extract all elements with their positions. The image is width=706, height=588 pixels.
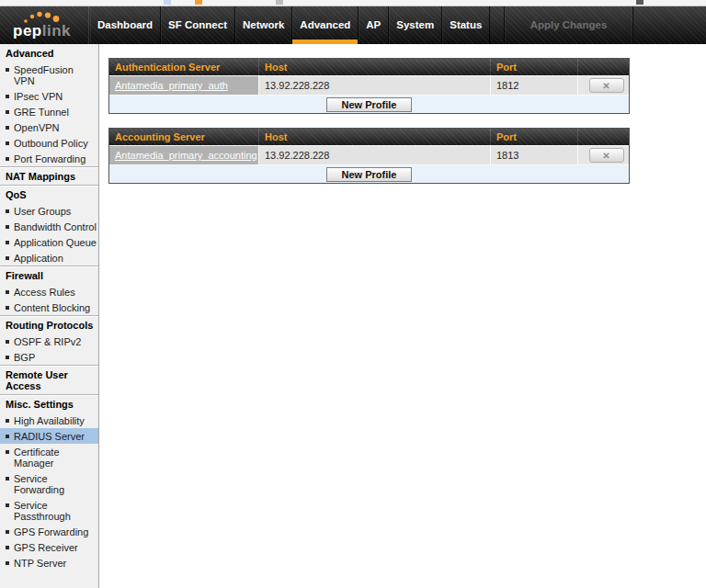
sidebar-section-firewall: Firewall Access Rules Content Blocking bbox=[0, 266, 98, 315]
column-header-host: Host bbox=[259, 129, 491, 145]
bullet-icon bbox=[6, 110, 9, 114]
peplink-logo[interactable]: peplink bbox=[0, 6, 89, 44]
bullet-icon bbox=[6, 435, 9, 438]
bullet-icon bbox=[6, 477, 9, 481]
sidebar-item-nat-mappings[interactable]: NAT Mappings bbox=[0, 167, 98, 185]
auth-port-cell: 1812 bbox=[491, 75, 578, 95]
new-acct-profile-button[interactable]: New Profile bbox=[326, 167, 413, 182]
bullet-icon bbox=[6, 209, 9, 213]
sidebar-item-service-forwarding[interactable]: Service Forwarding bbox=[0, 470, 98, 497]
sidebar-header-routing-protocols: Routing Protocols bbox=[0, 316, 98, 334]
column-header-authentication-server: Authentication Server bbox=[109, 59, 259, 75]
column-header-port: Port bbox=[491, 129, 578, 145]
browser-tab-fragment bbox=[164, 0, 171, 5]
new-auth-profile-button[interactable]: New Profile bbox=[326, 97, 413, 112]
sidebar-item-outbound-policy[interactable]: Outbound Policy bbox=[0, 135, 98, 151]
sidebar-section-nat-mappings: NAT Mappings bbox=[0, 166, 98, 185]
bullet-icon bbox=[6, 290, 9, 294]
acct-profile-name-cell: Antamedia_primary_accounting bbox=[109, 145, 259, 164]
sidebar-item-remote-user-access[interactable]: Remote User Access bbox=[0, 366, 98, 394]
sidebar-item-gps-receiver[interactable]: GPS Receiver bbox=[0, 539, 98, 555]
bullet-icon bbox=[6, 68, 9, 72]
sidebar: Advanced SpeedFusion VPN IPsec VPN GRE T… bbox=[0, 44, 99, 588]
sidebar-item-speedfusion-vpn[interactable]: SpeedFusion VPN bbox=[0, 62, 98, 88]
bullet-icon bbox=[6, 561, 9, 565]
bullet-icon bbox=[6, 503, 9, 507]
bullet-icon bbox=[6, 225, 9, 229]
browser-tab-fragment bbox=[195, 0, 202, 5]
x-icon: ✕ bbox=[602, 81, 609, 91]
sidebar-item-access-rules[interactable]: Access Rules bbox=[0, 284, 98, 300]
acct-profile-link[interactable]: Antamedia_primary_accounting bbox=[115, 150, 257, 161]
acct-table-footer-row: New Profile bbox=[109, 164, 629, 183]
sidebar-section-misc-settings: Misc. Settings High Availability RADIUS … bbox=[0, 394, 98, 571]
auth-profile-link[interactable]: Antamedia_primary_auth bbox=[115, 80, 228, 91]
sidebar-item-gre-tunnel[interactable]: GRE Tunnel bbox=[0, 104, 98, 119]
sidebar-header-qos: QoS bbox=[0, 186, 98, 203]
tab-advanced[interactable]: Advanced bbox=[292, 6, 359, 44]
sidebar-item-bandwidth-control[interactable]: Bandwidth Control bbox=[0, 219, 98, 234]
sidebar-section-remote-user-access: Remote User Access bbox=[0, 365, 98, 394]
bullet-icon bbox=[6, 530, 9, 534]
tab-ap[interactable]: AP bbox=[359, 6, 389, 44]
tab-system[interactable]: System bbox=[389, 6, 442, 44]
nav-tabs: Dashboard SF Connect Network Advanced AP… bbox=[90, 6, 490, 44]
acct-host-cell: 13.92.228.228 bbox=[259, 145, 491, 164]
authentication-server-table: Authentication Server Host Port Antamedi… bbox=[108, 58, 630, 114]
sidebar-item-high-availability[interactable]: High Availability bbox=[0, 413, 98, 428]
delete-acct-profile-button[interactable]: ✕ bbox=[589, 148, 624, 163]
auth-table-header-row: Authentication Server Host Port bbox=[109, 59, 629, 75]
acct-table-header-row: Accounting Server Host Port bbox=[109, 129, 629, 145]
tab-network[interactable]: Network bbox=[235, 6, 292, 44]
auth-table-footer-row: New Profile bbox=[109, 95, 629, 113]
bullet-icon bbox=[6, 340, 9, 344]
tab-dashboard[interactable]: Dashboard bbox=[90, 6, 161, 44]
bullet-icon bbox=[6, 126, 9, 130]
bullet-icon bbox=[6, 306, 9, 310]
column-header-port: Port bbox=[491, 59, 578, 75]
sidebar-item-content-blocking[interactable]: Content Blocking bbox=[0, 300, 98, 315]
brand-wordmark: peplink bbox=[13, 22, 71, 40]
sidebar-item-openvpn[interactable]: OpenVPN bbox=[0, 119, 98, 135]
tab-status[interactable]: Status bbox=[442, 6, 490, 44]
sidebar-item-application-queue[interactable]: Application Queue bbox=[0, 234, 98, 250]
browser-tab-fragment bbox=[276, 0, 283, 5]
auth-actions-cell: ✕ bbox=[578, 75, 629, 95]
bullet-icon bbox=[6, 419, 9, 423]
accounting-server-row: Antamedia_primary_accounting 13.92.228.2… bbox=[109, 145, 629, 164]
bullet-icon bbox=[6, 157, 9, 161]
sidebar-item-certificate-manager[interactable]: Certificate Manager bbox=[0, 444, 98, 470]
auth-server-row: Antamedia_primary_auth 13.92.228.228 181… bbox=[109, 75, 629, 95]
sidebar-header-advanced: Advanced bbox=[0, 44, 98, 62]
sidebar-item-user-groups[interactable]: User Groups bbox=[0, 203, 98, 219]
delete-auth-profile-button[interactable]: ✕ bbox=[589, 78, 624, 93]
bullet-icon bbox=[6, 241, 9, 244]
bullet-icon bbox=[6, 141, 9, 145]
sidebar-item-ntp-server[interactable]: NTP Server bbox=[0, 555, 98, 571]
bullet-icon bbox=[6, 450, 9, 454]
browser-tab-fragment bbox=[636, 0, 643, 5]
sidebar-item-bgp[interactable]: BGP bbox=[0, 349, 98, 365]
sidebar-item-ipsec-vpn[interactable]: IPsec VPN bbox=[0, 88, 98, 104]
tab-sf-connect[interactable]: SF Connect bbox=[161, 6, 235, 44]
sidebar-item-gps-forwarding[interactable]: GPS Forwarding bbox=[0, 524, 98, 539]
bullet-icon bbox=[6, 256, 9, 260]
sidebar-item-port-forwarding[interactable]: Port Forwarding bbox=[0, 151, 98, 166]
sidebar-header-misc-settings: Misc. Settings bbox=[0, 395, 98, 413]
top-navbar: peplink Dashboard SF Connect Network Adv… bbox=[0, 6, 706, 44]
acct-port-cell: 1813 bbox=[491, 145, 578, 164]
x-icon: ✕ bbox=[602, 151, 609, 161]
sidebar-item-radius-server[interactable]: RADIUS Server bbox=[0, 428, 98, 444]
sidebar-header-firewall: Firewall bbox=[0, 266, 98, 284]
apply-changes-button[interactable]: Apply Changes bbox=[504, 6, 633, 44]
column-header-actions bbox=[578, 59, 629, 75]
main-content: Authentication Server Host Port Antamedi… bbox=[100, 44, 706, 588]
sidebar-item-application[interactable]: Application bbox=[0, 250, 98, 266]
sidebar-section-routing-protocols: Routing Protocols OSPF & RIPv2 BGP bbox=[0, 315, 98, 365]
bullet-icon bbox=[6, 356, 9, 359]
accounting-server-table: Accounting Server Host Port Antamedia_pr… bbox=[108, 128, 630, 184]
sidebar-item-service-passthrough[interactable]: Service Passthrough bbox=[0, 497, 98, 524]
sidebar-item-ospf-ripv2[interactable]: OSPF & RIPv2 bbox=[0, 334, 98, 349]
sidebar-section-qos: QoS User Groups Bandwidth Control Applic… bbox=[0, 185, 98, 266]
auth-profile-name-cell: Antamedia_primary_auth bbox=[109, 75, 259, 95]
